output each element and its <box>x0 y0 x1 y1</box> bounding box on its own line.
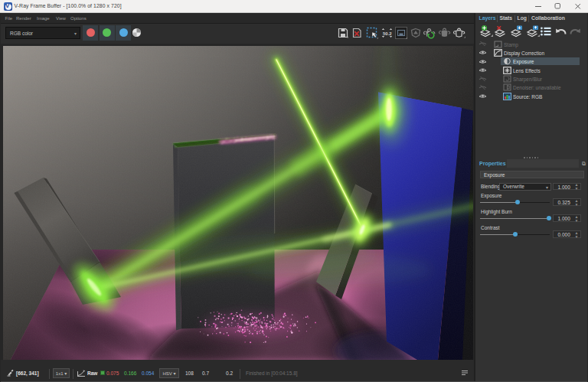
svg-text:50.2: 50.2 <box>383 31 392 35</box>
